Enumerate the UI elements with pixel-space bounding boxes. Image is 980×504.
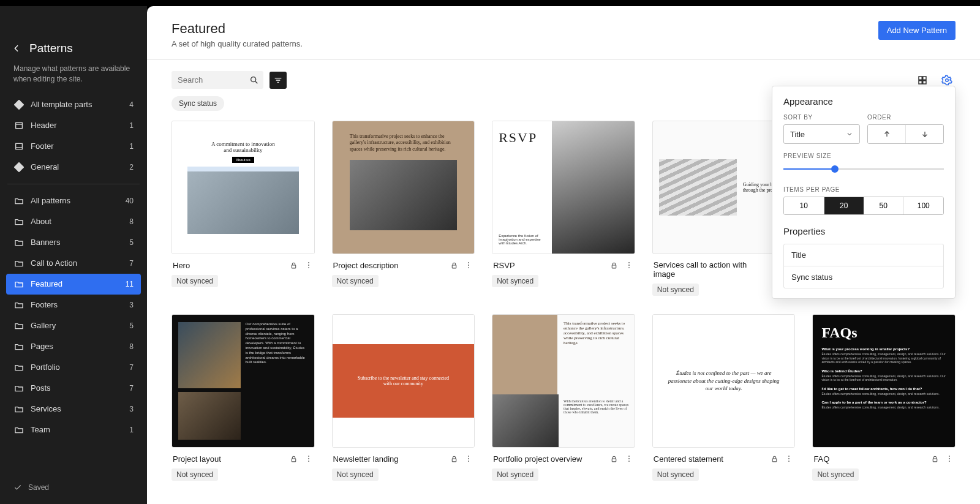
- items-per-page-100[interactable]: 100: [903, 197, 944, 214]
- pattern-card: A commitment to innovationand sustainabi…: [172, 121, 315, 296]
- svg-point-8: [251, 77, 256, 82]
- svg-rect-14: [923, 77, 926, 80]
- sort-by-select[interactable]: Title: [783, 124, 860, 144]
- more-options-button[interactable]: [464, 260, 473, 270]
- items-per-page-label: ITEMS PER PAGE: [783, 186, 944, 193]
- sync-status-chip[interactable]: Sync status: [172, 96, 224, 111]
- add-new-pattern-button[interactable]: Add New Pattern: [878, 21, 956, 40]
- sidebar-item-count: 5: [129, 238, 134, 247]
- pattern-thumbnail[interactable]: A commitment to innovationand sustainabi…: [172, 121, 315, 254]
- svg-point-19: [308, 262, 309, 263]
- svg-rect-7: [14, 162, 24, 172]
- sidebar-item-banners[interactable]: Banners5: [6, 232, 141, 253]
- arrow-down-icon: [921, 130, 929, 138]
- more-options-button[interactable]: [784, 454, 794, 464]
- sidebar-item-general[interactable]: General2: [6, 157, 141, 178]
- sidebar-item-footer[interactable]: Footer1: [6, 136, 141, 157]
- sidebar-item-count: 4: [129, 100, 134, 109]
- sidebar-item-about[interactable]: About8: [6, 211, 141, 232]
- sidebar-item-all-patterns[interactable]: All patterns40: [6, 190, 141, 211]
- sidebar-item-all-template-parts[interactable]: All template parts4: [6, 94, 141, 115]
- main-content: Featured A set of high quality curated p…: [147, 6, 980, 504]
- svg-point-24: [468, 265, 469, 266]
- sidebar-heading: Patterns: [29, 42, 73, 55]
- page-subtitle: A set of high quality curated patterns.: [172, 39, 303, 48]
- order-asc-button[interactable]: [868, 125, 905, 143]
- sidebar-item-label: All patterns: [31, 196, 70, 205]
- sidebar-item-featured[interactable]: Featured11: [6, 274, 141, 295]
- preview-size-slider[interactable]: [783, 163, 944, 175]
- sidebar-item-label: General: [31, 162, 59, 171]
- sidebar-item-team[interactable]: Team1: [6, 419, 141, 440]
- saved-label: Saved: [28, 483, 49, 492]
- pattern-title: FAQ: [813, 454, 829, 464]
- lock-icon: [930, 454, 940, 464]
- pattern-thumbnail[interactable]: Études is not confined to the past — we …: [652, 314, 796, 448]
- sidebar-item-call-to-action[interactable]: Call to Action7: [6, 253, 141, 274]
- more-options-button[interactable]: [944, 454, 954, 464]
- sidebar: Patterns Manage what patterns are availa…: [0, 6, 147, 504]
- more-options-button[interactable]: [624, 454, 634, 464]
- pattern-card: Subscribe to the newsletter and stay con…: [332, 314, 475, 481]
- search-button[interactable]: [247, 73, 261, 87]
- sidebar-item-label: Footers: [31, 300, 58, 309]
- svg-rect-42: [612, 458, 617, 461]
- more-options-button[interactable]: [304, 260, 314, 270]
- pattern-thumbnail[interactable]: Subscribe to the newsletter and stay con…: [332, 314, 475, 448]
- items-per-page-10[interactable]: 10: [784, 197, 824, 214]
- sidebar-item-count: 1: [129, 426, 134, 434]
- footer-icon: [13, 141, 24, 152]
- folder-icon: [13, 362, 24, 373]
- sync-status-tag: Not synced: [492, 468, 538, 481]
- sidebar-item-pages[interactable]: Pages8: [6, 336, 141, 357]
- svg-point-27: [628, 262, 630, 263]
- more-options-button[interactable]: [464, 454, 473, 464]
- sidebar-item-header[interactable]: Header1: [6, 115, 141, 136]
- property-title[interactable]: Title: [784, 244, 943, 266]
- lock-icon: [769, 454, 779, 464]
- chevron-down-icon: [846, 130, 853, 138]
- svg-point-48: [788, 458, 790, 459]
- svg-rect-5: [16, 143, 23, 149]
- pattern-thumbnail[interactable]: This transformative project seeks to enh…: [492, 314, 635, 448]
- sidebar-item-posts[interactable]: Posts7: [6, 378, 141, 399]
- header-icon: [13, 120, 24, 131]
- sidebar-item-gallery[interactable]: Gallery5: [6, 315, 141, 336]
- pattern-thumbnail[interactable]: RSVPExperience the fusion of imagination…: [492, 121, 635, 254]
- order-desc-button[interactable]: [905, 125, 943, 143]
- lock-icon: [289, 454, 299, 464]
- sidebar-item-portfolio[interactable]: Portfolio7: [6, 357, 141, 378]
- pattern-thumbnail[interactable]: FAQsWhat is your process working in smal…: [812, 314, 956, 448]
- sidebar-item-label: Pages: [31, 342, 53, 351]
- arrow-up-icon: [883, 130, 891, 138]
- folder-icon: [13, 258, 24, 269]
- sidebar-item-label: Portfolio: [31, 363, 60, 372]
- sidebar-item-count: 2: [129, 163, 134, 171]
- pattern-title: Centered statement: [654, 454, 723, 464]
- pattern-thumbnail[interactable]: Our comprehensive suite of professional …: [172, 314, 315, 448]
- property-sync-status[interactable]: Sync status: [784, 266, 943, 288]
- more-options-button[interactable]: [304, 454, 314, 464]
- sidebar-item-services[interactable]: Services3: [6, 399, 141, 419]
- svg-point-39: [468, 456, 469, 457]
- sidebar-item-label: Featured: [31, 279, 62, 288]
- pattern-card: Our comprehensive suite of professional …: [172, 314, 315, 481]
- svg-point-40: [468, 458, 469, 459]
- sidebar-item-count: 7: [129, 259, 134, 268]
- back-icon[interactable]: [11, 43, 22, 54]
- sidebar-item-label: Team: [31, 425, 50, 434]
- svg-rect-26: [612, 265, 617, 268]
- sidebar-item-label: All template parts: [31, 100, 92, 109]
- sidebar-item-count: 3: [129, 301, 134, 309]
- sidebar-item-count: 1: [129, 142, 134, 151]
- pattern-thumbnail[interactable]: This transformative project seeks to enh…: [332, 121, 475, 254]
- sidebar-item-footers[interactable]: Footers3: [6, 295, 141, 315]
- folder-icon: [13, 320, 24, 331]
- sidebar-item-label: Services: [31, 404, 61, 413]
- folder-icon: [13, 216, 24, 227]
- items-per-page-20[interactable]: 20: [824, 197, 864, 214]
- items-per-page-50[interactable]: 50: [864, 197, 903, 214]
- svg-rect-16: [923, 80, 926, 83]
- filter-button[interactable]: [270, 72, 287, 89]
- more-options-button[interactable]: [624, 260, 634, 270]
